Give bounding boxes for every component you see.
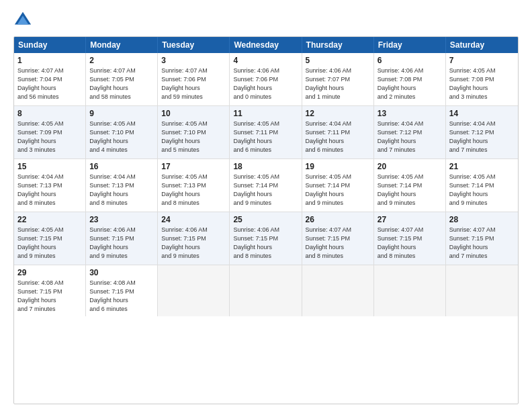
day-number: 24 xyxy=(161,215,226,224)
cal-header-day: Saturday xyxy=(446,37,518,53)
day-number: 13 xyxy=(378,109,442,118)
cell-content: Sunrise: 4:05 AMSunset: 7:08 PMDaylight … xyxy=(449,66,515,101)
page: SundayMondayTuesdayWednesdayThursdayFrid… xyxy=(0,0,532,411)
header xyxy=(13,11,519,30)
day-number: 14 xyxy=(449,109,515,118)
day-number: 30 xyxy=(89,268,154,277)
cell-content: Sunrise: 4:04 AMSunset: 7:12 PMDaylight … xyxy=(449,120,515,154)
calendar-cell: 17Sunrise: 4:05 AMSunset: 7:13 PMDayligh… xyxy=(158,159,230,212)
cell-content: Sunrise: 4:06 AMSunset: 7:15 PMDaylight … xyxy=(233,226,298,261)
cell-content: Sunrise: 4:05 AMSunset: 7:15 PMDaylight … xyxy=(17,226,82,261)
day-number: 27 xyxy=(378,215,442,224)
calendar-cell: 20Sunrise: 4:05 AMSunset: 7:14 PMDayligh… xyxy=(374,159,446,212)
cell-content: Sunrise: 4:07 AMSunset: 7:05 PMDaylight … xyxy=(89,66,154,101)
cell-content: Sunrise: 4:06 AMSunset: 7:15 PMDaylight … xyxy=(89,226,154,261)
day-number: 22 xyxy=(17,215,82,224)
calendar-cell: 10Sunrise: 4:05 AMSunset: 7:10 PMDayligh… xyxy=(158,106,230,158)
cell-content: Sunrise: 4:04 AMSunset: 7:13 PMDaylight … xyxy=(17,173,82,208)
day-number: 25 xyxy=(233,215,298,224)
cell-content: Sunrise: 4:04 AMSunset: 7:11 PMDaylight … xyxy=(306,120,370,154)
cell-content: Sunrise: 4:08 AMSunset: 7:15 PMDaylight … xyxy=(89,279,154,314)
calendar-cell: 1Sunrise: 4:07 AMSunset: 7:04 PMDaylight… xyxy=(14,53,86,105)
calendar-header: SundayMondayTuesdayWednesdayThursdayFrid… xyxy=(14,37,518,53)
day-number: 23 xyxy=(89,215,154,224)
day-number: 19 xyxy=(306,162,370,171)
day-number: 8 xyxy=(17,109,82,118)
cell-content: Sunrise: 4:05 AMSunset: 7:14 PMDaylight … xyxy=(449,173,515,208)
day-number: 29 xyxy=(17,268,82,277)
calendar-cell: 8Sunrise: 4:05 AMSunset: 7:09 PMDaylight… xyxy=(14,106,86,158)
calendar-cell: 7Sunrise: 4:05 AMSunset: 7:08 PMDaylight… xyxy=(446,53,518,105)
calendar-cell: 29Sunrise: 4:08 AMSunset: 7:15 PMDayligh… xyxy=(14,265,86,316)
cal-header-day: Wednesday xyxy=(230,37,302,53)
calendar-cell: 13Sunrise: 4:04 AMSunset: 7:12 PMDayligh… xyxy=(374,106,446,158)
calendar-cell: 2Sunrise: 4:07 AMSunset: 7:05 PMDaylight… xyxy=(86,53,158,105)
logo-icon xyxy=(13,11,32,30)
calendar-cell xyxy=(230,265,302,316)
cell-content: Sunrise: 4:05 AMSunset: 7:11 PMDaylight … xyxy=(233,120,298,154)
calendar-cell: 24Sunrise: 4:06 AMSunset: 7:15 PMDayligh… xyxy=(158,212,230,265)
cell-content: Sunrise: 4:07 AMSunset: 7:06 PMDaylight … xyxy=(161,66,226,101)
calendar-cell xyxy=(374,265,446,316)
calendar-cell: 9Sunrise: 4:05 AMSunset: 7:10 PMDaylight… xyxy=(86,106,158,158)
cell-content: Sunrise: 4:04 AMSunset: 7:13 PMDaylight … xyxy=(89,173,154,208)
day-number: 12 xyxy=(306,109,370,118)
cell-content: Sunrise: 4:05 AMSunset: 7:14 PMDaylight … xyxy=(378,173,442,208)
cell-content: Sunrise: 4:05 AMSunset: 7:14 PMDaylight … xyxy=(233,173,298,208)
cell-content: Sunrise: 4:08 AMSunset: 7:15 PMDaylight … xyxy=(17,279,82,314)
day-number: 15 xyxy=(17,162,82,171)
day-number: 26 xyxy=(306,215,370,224)
calendar-cell: 3Sunrise: 4:07 AMSunset: 7:06 PMDaylight… xyxy=(158,53,230,105)
cell-content: Sunrise: 4:04 AMSunset: 7:12 PMDaylight … xyxy=(378,120,442,154)
calendar-row: 22Sunrise: 4:05 AMSunset: 7:15 PMDayligh… xyxy=(14,212,518,265)
calendar-cell: 21Sunrise: 4:05 AMSunset: 7:14 PMDayligh… xyxy=(446,159,518,212)
calendar-cell: 6Sunrise: 4:06 AMSunset: 7:08 PMDaylight… xyxy=(374,53,446,105)
day-number: 28 xyxy=(449,215,515,224)
day-number: 4 xyxy=(233,56,298,65)
cal-header-day: Friday xyxy=(374,37,446,53)
day-number: 9 xyxy=(89,109,154,118)
calendar-cell: 5Sunrise: 4:06 AMSunset: 7:07 PMDaylight… xyxy=(302,53,374,105)
cell-content: Sunrise: 4:07 AMSunset: 7:15 PMDaylight … xyxy=(449,226,515,261)
cell-content: Sunrise: 4:06 AMSunset: 7:06 PMDaylight … xyxy=(233,66,298,101)
day-number: 17 xyxy=(161,162,226,171)
cell-content: Sunrise: 4:06 AMSunset: 7:07 PMDaylight … xyxy=(306,66,370,101)
calendar-row: 1Sunrise: 4:07 AMSunset: 7:04 PMDaylight… xyxy=(14,53,518,106)
calendar-cell: 19Sunrise: 4:05 AMSunset: 7:14 PMDayligh… xyxy=(302,159,374,212)
calendar-cell: 15Sunrise: 4:04 AMSunset: 7:13 PMDayligh… xyxy=(14,159,86,212)
calendar-cell: 11Sunrise: 4:05 AMSunset: 7:11 PMDayligh… xyxy=(230,106,302,158)
cell-content: Sunrise: 4:06 AMSunset: 7:08 PMDaylight … xyxy=(378,66,442,101)
cal-header-day: Thursday xyxy=(302,37,374,53)
day-number: 3 xyxy=(161,56,226,65)
calendar-cell xyxy=(158,265,230,316)
day-number: 18 xyxy=(233,162,298,171)
calendar-cell: 27Sunrise: 4:07 AMSunset: 7:15 PMDayligh… xyxy=(374,212,446,265)
cell-content: Sunrise: 4:05 AMSunset: 7:14 PMDaylight … xyxy=(306,173,370,208)
day-number: 6 xyxy=(378,56,442,65)
calendar-row: 29Sunrise: 4:08 AMSunset: 7:15 PMDayligh… xyxy=(14,265,518,316)
cell-content: Sunrise: 4:05 AMSunset: 7:10 PMDaylight … xyxy=(161,120,226,154)
logo xyxy=(13,11,35,30)
calendar-cell: 28Sunrise: 4:07 AMSunset: 7:15 PMDayligh… xyxy=(446,212,518,265)
day-number: 21 xyxy=(449,162,515,171)
calendar-cell: 26Sunrise: 4:07 AMSunset: 7:15 PMDayligh… xyxy=(302,212,374,265)
calendar-cell: 18Sunrise: 4:05 AMSunset: 7:14 PMDayligh… xyxy=(230,159,302,212)
day-number: 20 xyxy=(378,162,442,171)
calendar-row: 15Sunrise: 4:04 AMSunset: 7:13 PMDayligh… xyxy=(14,159,518,212)
calendar-cell: 23Sunrise: 4:06 AMSunset: 7:15 PMDayligh… xyxy=(86,212,158,265)
cell-content: Sunrise: 4:07 AMSunset: 7:04 PMDaylight … xyxy=(17,66,82,101)
calendar-cell: 16Sunrise: 4:04 AMSunset: 7:13 PMDayligh… xyxy=(86,159,158,212)
calendar-cell: 25Sunrise: 4:06 AMSunset: 7:15 PMDayligh… xyxy=(230,212,302,265)
cal-header-day: Sunday xyxy=(14,37,86,53)
day-number: 5 xyxy=(306,56,370,65)
calendar-body: 1Sunrise: 4:07 AMSunset: 7:04 PMDaylight… xyxy=(14,53,518,316)
calendar-cell: 14Sunrise: 4:04 AMSunset: 7:12 PMDayligh… xyxy=(446,106,518,158)
cell-content: Sunrise: 4:05 AMSunset: 7:09 PMDaylight … xyxy=(17,120,82,154)
cell-content: Sunrise: 4:07 AMSunset: 7:15 PMDaylight … xyxy=(378,226,442,261)
calendar-row: 8Sunrise: 4:05 AMSunset: 7:09 PMDaylight… xyxy=(14,106,518,159)
day-number: 2 xyxy=(89,56,154,65)
cal-header-day: Tuesday xyxy=(158,37,230,53)
calendar-cell: 22Sunrise: 4:05 AMSunset: 7:15 PMDayligh… xyxy=(14,212,86,265)
calendar-cell: 12Sunrise: 4:04 AMSunset: 7:11 PMDayligh… xyxy=(302,106,374,158)
calendar-cell: 4Sunrise: 4:06 AMSunset: 7:06 PMDaylight… xyxy=(230,53,302,105)
